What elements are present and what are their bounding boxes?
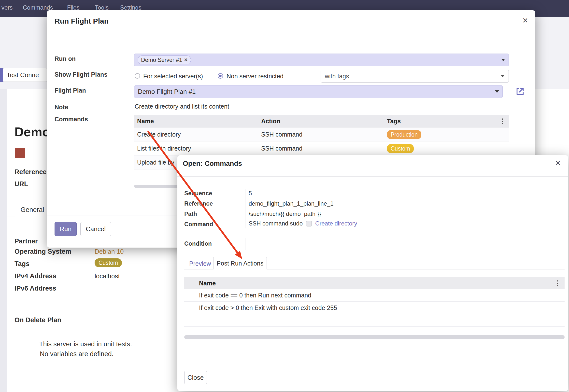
ipv4-value: localhost	[95, 272, 120, 280]
chevron-down-icon	[501, 75, 505, 77]
reference-label: Reference	[14, 168, 47, 176]
cell-name: Create directory	[137, 127, 181, 141]
condition-label: Condition	[184, 240, 212, 247]
col-name[interactable]: Name	[199, 277, 216, 289]
cell-action: SSH command	[261, 127, 302, 141]
tag-custom-pill: Custom	[387, 144, 414, 153]
kebab-menu-icon[interactable]: ⋮	[554, 277, 561, 289]
screen: vers Commands Files Tools Settings Test …	[0, 0, 569, 392]
radio-selected-servers-label: For selected server(s)	[143, 72, 203, 80]
sequence-label: Sequence	[184, 190, 212, 197]
on-delete-plan-label: On Delete Plan	[14, 316, 61, 324]
create-directory-link[interactable]: Create directory	[315, 220, 357, 227]
reference-value: demo_flight_plan_1_plan_line_1	[249, 200, 334, 207]
field-column-divider	[89, 237, 89, 327]
cancel-button[interactable]: Cancel	[80, 222, 111, 236]
table-row[interactable]: If exit code > 0 then Exit with custom e…	[184, 302, 565, 314]
tab-general[interactable]: General	[15, 203, 50, 217]
show-flight-plans-label: Show Flight Plans	[55, 71, 107, 78]
col-tags[interactable]: Tags	[387, 115, 401, 127]
nav-item-servers[interactable]: vers	[1, 4, 13, 11]
note-label: Note	[55, 103, 68, 111]
sequence-value: 5	[249, 190, 252, 197]
cell-name: If exit code == 0 then Run next command	[199, 289, 311, 301]
ipv6-label: IPv6 Address	[14, 284, 56, 292]
tab-post-run-actions[interactable]: Post Run Actions	[213, 257, 267, 269]
path-value: /such/much/{{ demo_path }}	[249, 210, 321, 218]
kebab-menu-icon[interactable]: ⋮	[499, 115, 506, 127]
server-tag-label: Demo Server #1	[141, 56, 182, 63]
partner-label: Partner	[14, 237, 38, 245]
test-connection-button[interactable]: Test Conne	[3, 68, 47, 82]
sudo-checkbox[interactable]	[306, 221, 312, 226]
flight-plan-input[interactable]: Demo Flight Plan #1	[134, 85, 503, 98]
table-row[interactable]: List files in directory SSH command Cust…	[134, 141, 509, 155]
commands-table-header: Name Action Tags ⋮	[134, 115, 509, 127]
radio-non-server-restricted-label: Non server restricted	[227, 72, 284, 80]
url-label: URL	[14, 180, 28, 188]
horizontal-scrollbar[interactable]	[184, 335, 565, 339]
chevron-down-icon	[501, 59, 505, 61]
value-column-divider	[245, 238, 245, 250]
dialog-title: Run Flight Plan	[55, 17, 109, 26]
unit-note-line1: This server is used in unit tests.	[39, 340, 132, 348]
with-tags-select[interactable]: with tags	[321, 70, 509, 83]
close-icon[interactable]: ×	[523, 16, 528, 25]
flight-plan-label: Flight Plan	[55, 87, 86, 94]
radio-dot-icon	[219, 75, 222, 77]
tag-custom-pill[interactable]: Custom	[95, 258, 122, 267]
command-value-row: SSH command sudo Create directory	[249, 220, 357, 227]
run-on-label: Run on	[55, 55, 76, 62]
color-swatch[interactable]	[15, 148, 25, 158]
tags-value: Custom	[95, 258, 122, 267]
page-title: Demo	[14, 125, 50, 139]
primary-button-fragment[interactable]	[0, 68, 3, 82]
table-row[interactable]: If exit code == 0 then Run next command	[184, 289, 565, 302]
close-button[interactable]: Close	[184, 371, 207, 384]
reference-label: Reference	[184, 200, 213, 207]
cell-action: SSH command	[261, 141, 302, 155]
external-link-icon[interactable]	[515, 86, 525, 96]
chevron-down-icon	[495, 90, 499, 93]
server-tag-chip[interactable]: Demo Server #1 ✕	[138, 56, 191, 64]
open-commands-dialog: Open: Commands × Sequence 5 Reference de…	[177, 155, 568, 391]
tab-preview[interactable]: Preview	[189, 260, 211, 267]
remove-tag-icon[interactable]: ✕	[184, 56, 187, 63]
cell-tags: Production	[387, 130, 421, 139]
run-on-input[interactable]: Demo Server #1 ✕	[134, 54, 509, 66]
actions-table-header: Name ⋮	[184, 277, 565, 289]
tag-production-pill: Production	[387, 130, 421, 139]
unit-note-line2: No variables are defined.	[40, 350, 114, 358]
operating-system-label: Operating System	[14, 248, 71, 255]
sheet-divider	[129, 115, 129, 198]
flight-plan-value: Demo Flight Plan #1	[138, 88, 196, 96]
cell-name: If exit code > 0 then Exit with custom e…	[199, 302, 337, 314]
radio-non-server-restricted[interactable]	[218, 73, 223, 79]
dialog-title: Open: Commands	[183, 159, 242, 168]
with-tags-value: with tags	[325, 73, 349, 80]
col-name[interactable]: Name	[137, 115, 154, 127]
tags-label: Tags	[14, 260, 29, 268]
table-row-empty	[184, 314, 565, 327]
path-label: Path	[184, 210, 197, 218]
radio-selected-servers[interactable]	[135, 73, 140, 79]
operating-system-value[interactable]: Debian 10	[95, 248, 124, 255]
commands-label: Commands	[55, 115, 88, 123]
value-column-divider	[245, 189, 245, 228]
close-icon[interactable]: ×	[555, 158, 561, 168]
command-value: SSH command sudo	[249, 220, 303, 227]
ipv4-label: IPv4 Address	[14, 272, 56, 280]
col-action[interactable]: Action	[261, 115, 280, 127]
run-button[interactable]: Run	[55, 222, 77, 236]
cell-name: Upload file by	[137, 155, 174, 169]
cell-name: List files in directory	[137, 141, 191, 155]
cell-tags: Custom	[387, 144, 414, 153]
header-divider	[177, 176, 568, 177]
table-row[interactable]: Create directory SSH command Production	[134, 127, 509, 141]
note-value: Create directory and list its content	[135, 103, 229, 110]
command-label: Command	[184, 221, 213, 228]
